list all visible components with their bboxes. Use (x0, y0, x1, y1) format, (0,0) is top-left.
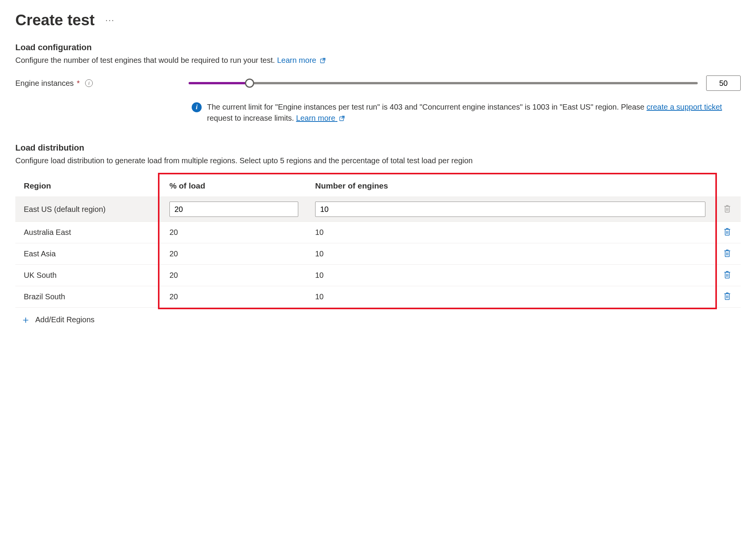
load-config-learn-more-text: Learn more (277, 56, 316, 64)
info-learn-more-text: Learn more (296, 114, 335, 122)
load-config-subtext: Configure the number of test engines tha… (15, 55, 741, 66)
delete-cell (714, 265, 741, 286)
header-percent: % of load (161, 175, 307, 197)
trash-icon (723, 270, 731, 279)
table-row: East Asia2010 (15, 243, 741, 265)
external-link-icon (320, 56, 326, 66)
load-config-learn-more-link[interactable]: Learn more (277, 56, 326, 64)
slider-thumb[interactable] (245, 79, 254, 88)
engines-cell: 10 (307, 286, 714, 308)
info-text-a: The current limit for "Engine instances … (207, 103, 647, 111)
engines-cell (307, 197, 714, 222)
region-cell: Brazil South (15, 286, 161, 308)
delete-region-button[interactable] (722, 269, 732, 280)
plus-icon: ＋ (21, 315, 31, 325)
engine-limit-info-banner: i The current limit for "Engine instance… (192, 102, 741, 125)
add-edit-regions-label: Add/Edit Regions (35, 315, 95, 324)
engines-cell: 10 (307, 243, 714, 265)
header-region: Region (15, 175, 161, 197)
delete-region-button[interactable] (722, 248, 732, 259)
percent-cell: 20 (161, 265, 307, 286)
percent-cell: 20 (161, 243, 307, 265)
load-config-subtext-text: Configure the number of test engines tha… (15, 56, 277, 64)
svg-rect-4 (725, 251, 730, 256)
engine-instances-slider[interactable] (189, 79, 698, 88)
delete-cell (714, 197, 741, 222)
trash-icon (723, 227, 731, 236)
region-cell: East Asia (15, 243, 161, 265)
svg-rect-5 (725, 272, 730, 278)
delete-region-button[interactable] (722, 291, 732, 302)
percent-cell (161, 197, 307, 222)
delete-cell (714, 222, 741, 243)
region-cell: UK South (15, 265, 161, 286)
svg-rect-3 (725, 229, 730, 235)
load-dist-heading: Load distribution (15, 143, 741, 153)
external-link-icon (339, 113, 345, 125)
region-cell: East US (default region) (15, 197, 161, 222)
trash-icon (723, 204, 731, 213)
trash-icon (723, 292, 731, 301)
percent-cell: 20 (161, 222, 307, 243)
add-edit-regions-button[interactable]: ＋ Add/Edit Regions (15, 308, 741, 327)
delete-cell (714, 286, 741, 308)
svg-rect-6 (725, 294, 730, 299)
table-row: East US (default region) (15, 197, 741, 222)
trash-icon (723, 249, 731, 258)
info-learn-more-link[interactable]: Learn more (296, 114, 345, 122)
page-title: Create test (15, 11, 95, 29)
table-row: Australia East2010 (15, 222, 741, 243)
engine-instances-label: Engine instances (15, 79, 74, 88)
info-icon: i (192, 102, 202, 112)
engines-cell: 10 (307, 265, 714, 286)
load-dist-subtext: Configure load distribution to generate … (15, 155, 741, 166)
engine-limit-info-text: The current limit for "Engine instances … (207, 102, 741, 125)
percent-input[interactable] (169, 202, 298, 217)
engines-cell: 10 (307, 222, 714, 243)
more-actions-icon[interactable]: ··· (105, 15, 115, 25)
delete-cell (714, 243, 741, 265)
engines-input[interactable] (315, 202, 705, 217)
region-cell: Australia East (15, 222, 161, 243)
svg-rect-2 (725, 206, 730, 212)
table-row: UK South2010 (15, 265, 741, 286)
load-config-heading: Load configuration (15, 43, 741, 52)
engine-instances-input[interactable] (706, 75, 741, 91)
percent-cell: 20 (161, 286, 307, 308)
table-row: Brazil South2010 (15, 286, 741, 308)
header-engines: Number of engines (307, 175, 714, 197)
delete-region-button (722, 203, 732, 214)
required-indicator: * (77, 79, 80, 88)
info-text-b: request to increase limits. (207, 114, 296, 122)
create-support-ticket-link[interactable]: create a support ticket (647, 103, 722, 111)
info-tooltip-icon[interactable]: i (85, 79, 93, 87)
load-distribution-table: Region % of load Number of engines East … (15, 175, 741, 308)
delete-region-button[interactable] (722, 226, 732, 237)
